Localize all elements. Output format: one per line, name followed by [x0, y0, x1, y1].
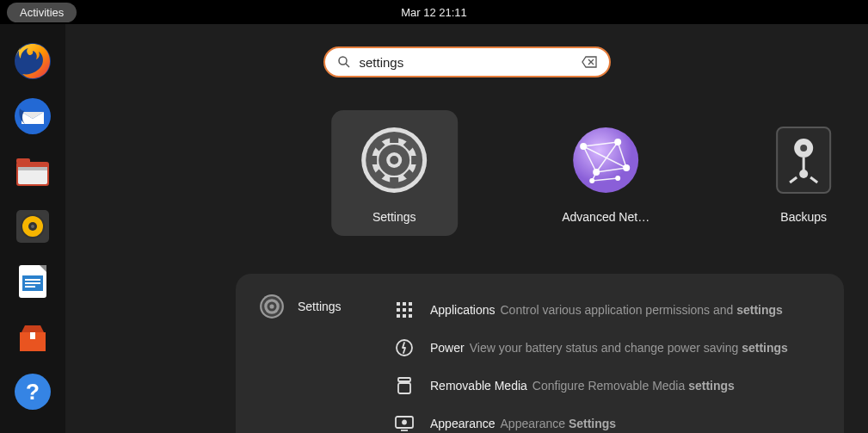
svg-rect-73 [398, 378, 410, 381]
svg-point-51 [615, 176, 620, 181]
dock-firefox[interactable] [11, 40, 54, 83]
settings-item-text: Removable MediaConfigure Removable Media… [430, 379, 735, 393]
search-icon [337, 55, 351, 69]
settings-item-text: PowerView your battery status and change… [430, 341, 788, 355]
settings-item-applications[interactable]: ApplicationsControl various application … [394, 291, 822, 329]
svg-rect-3 [16, 158, 30, 164]
appearance-icon [394, 413, 415, 433]
svg-line-56 [790, 177, 797, 182]
app-label: Advanced Net… [562, 210, 649, 224]
svg-rect-68 [409, 308, 412, 312]
svg-rect-74 [398, 383, 410, 393]
app-label: Backups [780, 210, 827, 224]
svg-rect-67 [403, 308, 406, 312]
software-icon [13, 317, 52, 356]
settings-list: ApplicationsControl various application … [394, 291, 822, 433]
settings-item-power[interactable]: PowerView your battery status and change… [394, 329, 822, 367]
dock-thunderbird[interactable] [11, 95, 54, 138]
svg-rect-69 [397, 314, 400, 318]
clear-search-icon[interactable] [582, 56, 597, 68]
svg-point-36 [390, 156, 398, 164]
svg-rect-27 [390, 177, 398, 186]
svg-rect-71 [409, 314, 412, 318]
files-icon [13, 152, 52, 191]
svg-point-62 [269, 304, 274, 308]
app-settings[interactable]: Settings [331, 110, 458, 236]
svg-rect-64 [403, 302, 406, 306]
app-advanced-network[interactable]: Advanced Net… [557, 122, 656, 224]
svg-rect-16 [30, 332, 35, 339]
app-label: Settings [372, 210, 416, 224]
network-icon [568, 122, 643, 198]
svg-point-37 [573, 127, 638, 193]
svg-point-53 [800, 145, 807, 152]
svg-rect-66 [397, 308, 400, 312]
svg-rect-13 [25, 279, 40, 281]
applications-icon [394, 300, 415, 320]
dock-rhythmbox[interactable] [11, 205, 54, 248]
svg-rect-15 [25, 286, 35, 288]
rhythmbox-icon [13, 207, 52, 246]
thunderbird-icon [13, 96, 52, 136]
svg-rect-70 [403, 314, 406, 318]
svg-line-57 [810, 177, 817, 182]
svg-point-49 [593, 169, 600, 176]
svg-point-55 [799, 170, 808, 178]
clock[interactable]: Mar 12 21:11 [401, 6, 467, 19]
help-icon: ? [13, 372, 52, 411]
svg-rect-5 [18, 167, 47, 170]
dock-files[interactable] [11, 150, 54, 193]
panel-title: Settings [298, 300, 342, 313]
svg-point-76 [403, 421, 406, 424]
svg-rect-14 [25, 282, 40, 284]
svg-rect-63 [397, 302, 400, 306]
settings-icon [356, 122, 432, 198]
search-input[interactable] [360, 55, 582, 70]
power-icon [394, 337, 415, 358]
backups-icon [766, 122, 841, 198]
svg-rect-28 [368, 156, 377, 164]
dock-libreoffice-writer[interactable] [11, 260, 54, 303]
svg-point-48 [623, 164, 630, 171]
svg-point-9 [31, 225, 34, 228]
dock-software[interactable] [11, 315, 54, 358]
overview-main: Settings [65, 24, 868, 433]
settings-results-panel: Settings ApplicationsControl various app… [236, 274, 844, 433]
settings-small-icon [258, 293, 286, 320]
settings-item-text: ApplicationsControl various application … [430, 303, 783, 317]
topbar: Activities Mar 12 21:11 [0, 0, 868, 24]
settings-item-text: AppearanceAppearance Settings [430, 417, 616, 430]
svg-rect-26 [390, 134, 398, 143]
svg-rect-29 [411, 156, 420, 164]
dock: ? [0, 24, 65, 433]
removable-media-icon [394, 375, 415, 396]
svg-point-47 [614, 139, 621, 145]
search-box[interactable] [323, 46, 611, 77]
libreoffice-writer-icon [13, 262, 52, 301]
firefox-icon [13, 41, 52, 81]
svg-line-20 [346, 64, 349, 67]
dock-help[interactable]: ? [11, 370, 54, 413]
svg-point-19 [339, 57, 347, 65]
svg-point-46 [580, 143, 587, 150]
apps-row: Settings [331, 122, 853, 236]
settings-item-appearance[interactable]: AppearanceAppearance Settings [394, 405, 822, 433]
activities-button[interactable]: Activities [7, 3, 77, 22]
svg-text:?: ? [26, 379, 40, 405]
app-backups[interactable]: Backups [754, 122, 853, 224]
svg-rect-65 [409, 302, 412, 306]
svg-point-50 [589, 178, 594, 183]
settings-item-removable-media[interactable]: Removable MediaConfigure Removable Media… [394, 367, 822, 405]
